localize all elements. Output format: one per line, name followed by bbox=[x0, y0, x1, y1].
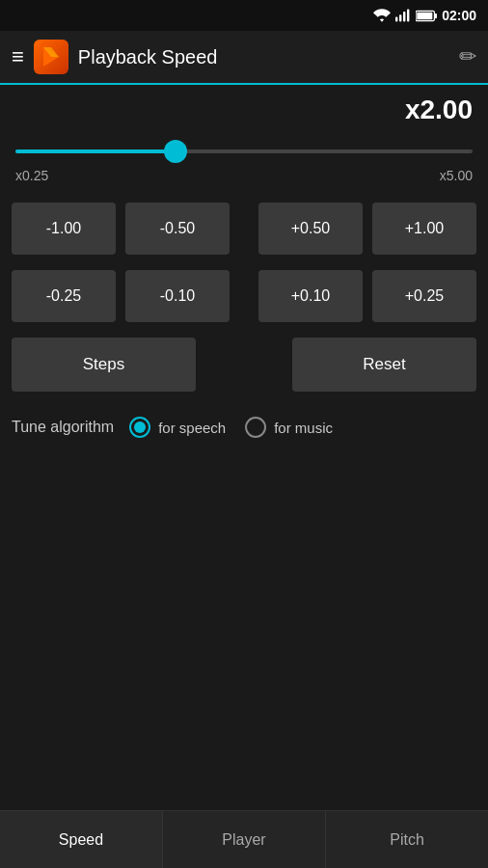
app-icon bbox=[34, 40, 68, 74]
slider-fill bbox=[15, 149, 176, 153]
status-icons: 02:00 bbox=[373, 8, 476, 23]
btn-minus-0-10[interactable]: -0.10 bbox=[125, 270, 230, 322]
tune-section: Tune algorithm for speech for music bbox=[0, 403, 488, 451]
nav-pitch-label: Pitch bbox=[390, 831, 424, 849]
btn-plus-1-00[interactable]: +1.00 bbox=[372, 203, 476, 255]
negative-btn-pair-2: -0.25 -0.10 bbox=[12, 270, 230, 322]
svg-rect-3 bbox=[407, 10, 409, 22]
app-title: Playback Speed bbox=[78, 46, 459, 68]
reset-button[interactable]: Reset bbox=[292, 338, 476, 392]
radio-music[interactable]: for music bbox=[245, 417, 333, 438]
slider-container[interactable] bbox=[15, 137, 473, 166]
signal-icon bbox=[395, 9, 411, 22]
nav-item-player[interactable]: Player bbox=[163, 811, 326, 868]
tune-algorithm-label: Tune algorithm bbox=[12, 419, 114, 436]
nav-speed-label: Speed bbox=[59, 831, 103, 849]
svg-rect-2 bbox=[403, 12, 405, 21]
edit-icon[interactable]: ✏ bbox=[459, 44, 476, 69]
status-time: 02:00 bbox=[442, 8, 476, 23]
radio-speech-label: for speech bbox=[158, 420, 226, 436]
btn-plus-0-25[interactable]: +0.25 bbox=[372, 270, 476, 322]
nav-item-speed[interactable]: Speed bbox=[0, 811, 163, 868]
btn-plus-0-50[interactable]: +0.50 bbox=[258, 203, 363, 255]
nav-item-pitch[interactable]: Pitch bbox=[326, 811, 488, 868]
wifi-icon bbox=[373, 9, 391, 22]
button-row-2: -0.25 -0.10 +0.10 +0.25 bbox=[0, 266, 488, 326]
radio-music-circle[interactable] bbox=[245, 417, 266, 438]
slider-max-label: x5.00 bbox=[440, 168, 473, 183]
bottom-nav: Speed Player Pitch bbox=[0, 810, 488, 868]
nav-player-label: Player bbox=[222, 831, 265, 849]
radio-speech[interactable]: for speech bbox=[129, 417, 226, 438]
radio-group: for speech for music bbox=[129, 417, 333, 438]
slider-section: x0.25 x5.00 bbox=[0, 129, 488, 199]
status-bar: 02:00 bbox=[0, 0, 488, 31]
menu-icon[interactable]: ≡ bbox=[12, 44, 24, 69]
slider-min-label: x0.25 bbox=[15, 168, 48, 183]
svg-rect-1 bbox=[399, 14, 401, 21]
slider-thumb[interactable] bbox=[164, 140, 187, 163]
negative-btn-pair-1: -1.00 -0.50 bbox=[12, 203, 230, 255]
button-row-1: -1.00 -0.50 +0.50 +1.00 bbox=[0, 199, 488, 258]
svg-rect-0 bbox=[395, 17, 397, 22]
btn-plus-0-10[interactable]: +0.10 bbox=[258, 270, 363, 322]
steps-button[interactable]: Steps bbox=[12, 338, 196, 392]
btn-minus-1-00[interactable]: -1.00 bbox=[12, 203, 116, 255]
btn-minus-0-50[interactable]: -0.50 bbox=[125, 203, 230, 255]
main-content: x2.00 x0.25 x5.00 -1.00 -0.50 +0.50 +1.0… bbox=[0, 85, 488, 451]
slider-labels: x0.25 x5.00 bbox=[15, 166, 473, 195]
svg-rect-5 bbox=[435, 13, 437, 17]
radio-music-label: for music bbox=[274, 420, 333, 436]
action-buttons: Steps Reset bbox=[0, 334, 488, 403]
positive-btn-pair-2: +0.10 +0.25 bbox=[258, 270, 476, 322]
positive-btn-pair-1: +0.50 +1.00 bbox=[258, 203, 476, 255]
speed-display: x2.00 bbox=[0, 85, 488, 129]
battery-icon bbox=[416, 10, 437, 22]
btn-minus-0-25[interactable]: -0.25 bbox=[12, 270, 116, 322]
radio-speech-circle[interactable] bbox=[129, 417, 150, 438]
app-bar: ≡ Playback Speed ✏ bbox=[0, 31, 488, 85]
svg-rect-6 bbox=[417, 12, 432, 19]
